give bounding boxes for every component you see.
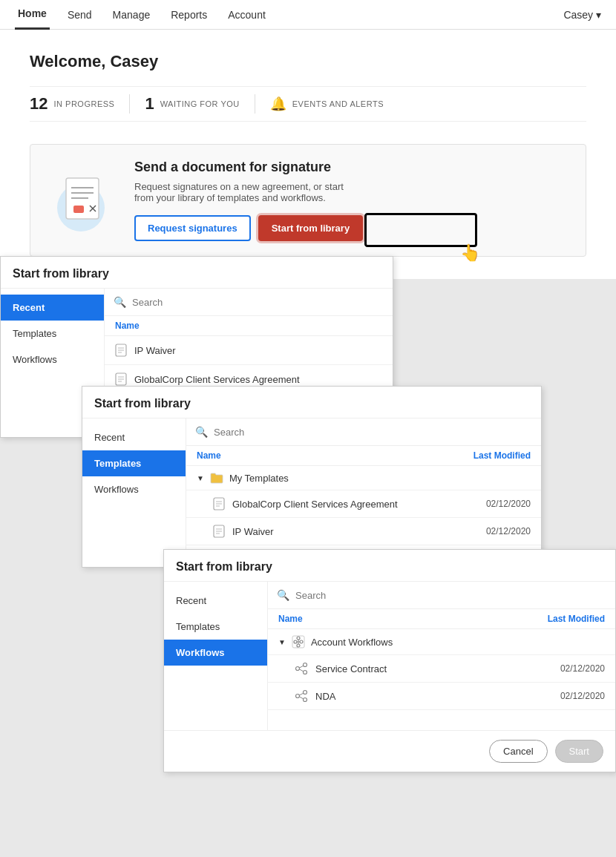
list-item[interactable]: IP Waiver xyxy=(105,336,393,365)
stat-label-events: EVENTS AND ALERTS xyxy=(292,99,384,108)
stat-num-waiting: 1 xyxy=(145,94,154,114)
list-item[interactable]: NDA 02/12/2020 xyxy=(268,683,615,710)
search-input-3[interactable] xyxy=(295,590,606,601)
item-date-3a: 02/12/2020 xyxy=(560,663,605,674)
panel-templates: Start from library Recent Templates Work… xyxy=(82,386,542,568)
svg-line-35 xyxy=(300,669,304,672)
folder-row-templates[interactable]: ▼ My Templates xyxy=(186,466,541,490)
stat-waiting: 1 WAITING FOR YOU xyxy=(145,94,255,114)
sidebar-item-recent-1[interactable]: Recent xyxy=(1,295,104,321)
panel-1-search-bar: 🔍 xyxy=(105,289,393,316)
svg-point-32 xyxy=(304,663,307,667)
folder-name-templates: My Templates xyxy=(229,473,289,484)
send-doc-title: Send a document for signature xyxy=(134,160,363,175)
nav-manage[interactable]: Manage xyxy=(110,0,154,30)
stat-num-in-progress: 12 xyxy=(30,94,47,114)
svg-rect-5 xyxy=(73,206,84,213)
nav-home[interactable]: Home xyxy=(15,0,50,30)
stat-label-waiting: WAITING FOR YOU xyxy=(160,99,240,108)
sidebar-item-workflows-2[interactable]: Workflows xyxy=(82,476,186,502)
list-item[interactable]: IP Waiver 02/12/2020 xyxy=(186,518,541,545)
panel-2-body: Recent Templates Workflows 🔍 Name Last M… xyxy=(82,418,541,567)
panel-2-content: 🔍 Name Last Modified ▼ My Templates xyxy=(186,418,541,567)
cursor-hand-icon: 👆 xyxy=(460,243,480,263)
sidebar-item-workflows-1[interactable]: Workflows xyxy=(1,347,104,372)
panel-3-search-bar: 🔍 xyxy=(268,582,615,609)
panel-3-list-header: Name Last Modified xyxy=(268,609,615,629)
arrow-icon-3: ▼ xyxy=(278,638,286,646)
sidebar-item-templates-3[interactable]: Templates xyxy=(164,614,267,640)
nav-account[interactable]: Account xyxy=(225,0,269,30)
request-signatures-button[interactable]: Request signatures xyxy=(134,215,251,241)
search-input-2[interactable] xyxy=(214,427,532,438)
sidebar-item-workflows-3[interactable]: Workflows xyxy=(164,640,267,666)
panel-3-title: Start from library xyxy=(164,550,615,582)
svg-line-34 xyxy=(300,666,304,668)
search-icon-2: 🔍 xyxy=(195,426,208,438)
folder-row-workflows[interactable]: ▼ Account Workflows xyxy=(268,629,615,655)
sidebar-item-templates-1[interactable]: Templates xyxy=(1,321,104,347)
svg-line-40 xyxy=(300,697,304,699)
sidebar-item-recent-2[interactable]: Recent xyxy=(82,424,186,450)
col-name-3: Name xyxy=(278,614,303,624)
panel-footer: Cancel Start xyxy=(164,730,615,772)
doc-icon-2 xyxy=(115,372,127,386)
search-icon-3: 🔍 xyxy=(277,589,289,601)
panel-2-sidebar: Recent Templates Workflows xyxy=(82,418,186,567)
list-item[interactable]: GlobalCorp Client Services Agreement 02/… xyxy=(186,490,541,518)
folder-name-workflows: Account Workflows xyxy=(311,637,393,648)
item-name-3b: NDA xyxy=(315,691,335,702)
top-navigation: Home Send Manage Reports Account Casey ▾ xyxy=(0,0,616,30)
start-from-library-button[interactable]: Start from library xyxy=(258,215,363,241)
workflow-icon xyxy=(292,635,305,649)
panel-3-body: Recent Templates Workflows 🔍 Name Last M… xyxy=(164,582,615,730)
col-modified-3: Last Modified xyxy=(548,614,605,624)
item-name-2b: IP Waiver xyxy=(232,526,274,537)
search-input-1[interactable] xyxy=(132,297,384,308)
document-illustration xyxy=(53,167,112,234)
send-doc-buttons: Request signatures Start from library xyxy=(134,215,363,241)
doc-icon-3 xyxy=(213,497,225,510)
send-document-card: Send a document for signature Request si… xyxy=(30,144,586,257)
list-item[interactable]: Service Contract 02/12/2020 xyxy=(268,655,615,683)
cancel-button[interactable]: Cancel xyxy=(489,740,547,763)
svg-point-38 xyxy=(304,698,307,702)
item-date-2a: 02/12/2020 xyxy=(486,499,531,509)
col-name-1: Name xyxy=(115,321,140,331)
stats-bar: 12 IN PROGRESS 1 WAITING FOR YOU 🔔 EVENT… xyxy=(30,86,586,122)
panel-2-search-bar: 🔍 xyxy=(186,418,541,446)
item-name-1b: GlobalCorp Client Services Agreement xyxy=(134,374,300,385)
sidebar-item-templates-2[interactable]: Templates xyxy=(82,450,186,476)
send-doc-content: Send a document for signature Request si… xyxy=(134,160,363,241)
panel-workflows: Start from library Recent Templates Work… xyxy=(163,549,616,772)
user-menu[interactable]: Casey ▾ xyxy=(563,9,601,21)
panel-2-list-header: Name Last Modified xyxy=(186,446,541,466)
bell-icon: 🔔 xyxy=(270,96,286,112)
workflow-icon-1 xyxy=(295,662,308,675)
svg-point-37 xyxy=(304,691,307,695)
nav-send[interactable]: Send xyxy=(65,0,95,30)
sidebar-item-recent-3[interactable]: Recent xyxy=(164,588,267,614)
send-doc-desc: Request signatures on a new agreement, o… xyxy=(134,181,357,203)
arrow-icon-2: ▼ xyxy=(197,474,204,482)
stat-label-in-progress: IN PROGRESS xyxy=(53,99,114,108)
folder-icon-2 xyxy=(210,472,223,484)
start-button[interactable]: Start xyxy=(555,740,603,763)
panel-2-title: Start from library xyxy=(82,387,541,418)
col-name-2: Name xyxy=(197,450,221,461)
svg-line-39 xyxy=(300,693,304,695)
nav-reports[interactable]: Reports xyxy=(168,0,210,30)
main-content: Welcome, Casey 12 IN PROGRESS 1 WAITING … xyxy=(0,30,616,279)
item-name-3a: Service Contract xyxy=(315,663,387,674)
welcome-title: Welcome, Casey xyxy=(30,52,586,71)
search-icon-1: 🔍 xyxy=(114,296,126,308)
workflow-icon-2 xyxy=(295,689,308,703)
item-name-1a: IP Waiver xyxy=(134,345,176,356)
svg-point-31 xyxy=(296,667,300,671)
item-date-3b: 02/12/2020 xyxy=(560,691,605,701)
doc-icon-4 xyxy=(213,525,225,538)
item-name-2a: GlobalCorp Client Services Agreement xyxy=(232,499,398,510)
panel-3-content: 🔍 Name Last Modified ▼ Account Work xyxy=(268,582,615,730)
nav-links: Home Send Manage Reports Account xyxy=(15,0,269,30)
panel-1-title: Start from library xyxy=(1,257,393,289)
